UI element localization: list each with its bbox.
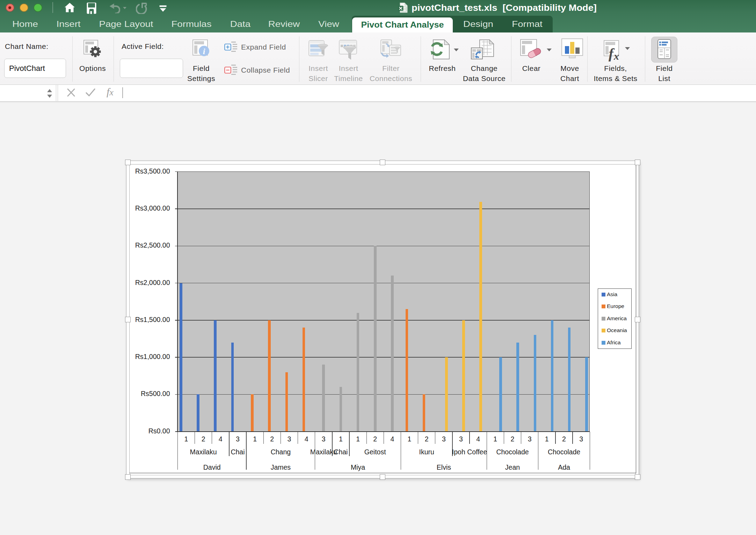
svg-text:x: x [613,50,619,62]
svg-text:i: i [203,47,205,56]
